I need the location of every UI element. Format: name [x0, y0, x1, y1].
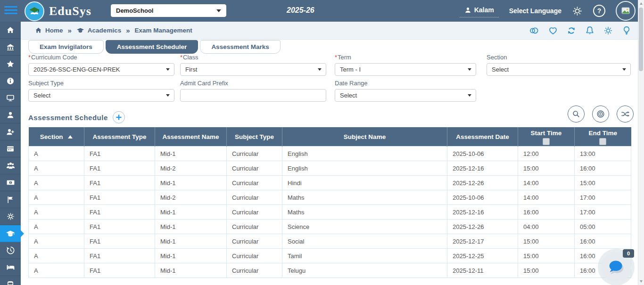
add-assessment-button[interactable]	[113, 111, 125, 123]
sidebar-item-flag[interactable]	[0, 191, 21, 208]
section-select[interactable]: Select	[487, 63, 631, 76]
avatar[interactable]	[616, 1, 636, 21]
sidebar-item-favorites[interactable]	[0, 56, 21, 73]
scrollbar-thumb[interactable]	[639, 8, 643, 71]
sidebar-item-history[interactable]	[0, 242, 21, 259]
chevron-down-icon	[468, 68, 471, 71]
gear-icon[interactable]	[603, 25, 613, 36]
chat-unread-badge: 0	[623, 249, 634, 258]
breadcrumb-home[interactable]: Home	[35, 27, 63, 34]
scroll-up-arrow-icon[interactable]	[640, 2, 643, 5]
table-row[interactable]: AFA1Mid-2CurricularEnglish2025-12-1615:0…	[29, 161, 631, 176]
hamburger-menu-icon[interactable]	[4, 6, 17, 16]
breadcrumb: Home » Academics » Exam Management	[35, 26, 192, 34]
date-range-label: Date Range	[335, 80, 476, 87]
sidebar-item-academics[interactable]	[0, 225, 21, 242]
column-header-subject-type[interactable]: Subject Type	[227, 127, 282, 147]
sidebar-item-groups[interactable]	[0, 157, 21, 174]
column-header-end-time[interactable]: End Time	[575, 127, 631, 147]
sidebar-item-student[interactable]	[0, 106, 21, 123]
sidebar-item-settings[interactable]	[0, 208, 21, 225]
table-cell: 15:00	[518, 161, 575, 176]
tab-assessment-marks[interactable]: Assessment Marks	[200, 40, 280, 54]
sidebar-item-id-card[interactable]	[0, 140, 21, 157]
refresh-icon[interactable]	[566, 25, 577, 36]
table-cell: Maths	[282, 205, 447, 220]
column-header-subject-name[interactable]: Subject Name	[282, 127, 447, 147]
table-cell: A	[29, 190, 84, 205]
table-row[interactable]: AFA1Mid-1CurricularTelugu2025-12-1115:00…	[29, 263, 631, 278]
sidebar-item-institution[interactable]	[0, 39, 21, 56]
history-icon	[6, 246, 15, 255]
lightbulb-icon[interactable]	[621, 25, 632, 36]
date-range-select[interactable]: Select	[335, 89, 476, 102]
money-icon	[6, 178, 15, 187]
column-header-section[interactable]: Section	[29, 127, 84, 147]
school-select[interactable]: DemoSchool	[111, 4, 226, 17]
table-row[interactable]: AFA1Mid-1CurricularScience2025-12-2604:0…	[29, 220, 631, 234]
chat-widget-button[interactable]: 0	[601, 252, 631, 282]
end-time-checkbox[interactable]	[599, 138, 606, 145]
shuffle-button[interactable]	[617, 106, 634, 122]
table-row[interactable]: AFA1Mid-1CurricularSocial2025-12-1715:00…	[29, 234, 631, 249]
subject-type-select[interactable]: Select	[28, 89, 174, 102]
table-cell: Tamil	[282, 249, 447, 263]
brand-logo[interactable]: EduSys	[25, 1, 91, 21]
table-cell: FA1	[84, 161, 155, 176]
brand-name: EduSys	[49, 4, 91, 18]
assessment-scheduler-panel: *Curriculum Code 2025-26-SSC-ENG-GEN-PRE…	[21, 40, 638, 285]
column-header-start-time[interactable]: Start Time	[518, 127, 575, 147]
table-row[interactable]: AFA1Mid-1CurricularEnglish2025-10-0612:0…	[29, 147, 631, 161]
table-cell: Hindi	[282, 176, 447, 190]
sidebar-item-info[interactable]	[0, 73, 21, 90]
column-header-assessment-date[interactable]: Assessment Date	[447, 127, 518, 147]
sidebar-item-display[interactable]	[0, 90, 21, 106]
user-menu[interactable]: Kalam	[460, 4, 499, 17]
breadcrumb-separator: »	[126, 26, 130, 34]
vertical-scrollbar[interactable]	[638, 0, 644, 285]
search-button[interactable]	[568, 106, 585, 122]
heart-icon[interactable]	[548, 25, 558, 36]
toggle-icon[interactable]	[528, 25, 540, 36]
person-add-icon	[6, 128, 15, 136]
tab-assessment-scheduler[interactable]: Assessment Scheduler	[106, 40, 198, 54]
table-row[interactable]: AFA1Mid-1CurricularMaths2025-12-1616:001…	[29, 205, 631, 220]
column-header-assessment-type[interactable]: Assessment Type	[84, 127, 155, 147]
user-icon	[464, 7, 471, 14]
table-cell: A	[29, 263, 84, 278]
table-cell: A	[29, 161, 84, 176]
breadcrumb-academics[interactable]: Academics	[76, 26, 121, 34]
term-select[interactable]: Term - I	[335, 63, 476, 76]
image-placeholder-icon	[621, 6, 630, 16]
start-time-checkbox[interactable]	[543, 138, 550, 145]
table-cell: Curricular	[227, 263, 282, 278]
help-icon[interactable]: ?	[593, 5, 605, 17]
table-cell: 17:00	[575, 190, 631, 205]
table-header-row: Section Assessment Type Assessment Name …	[29, 127, 631, 147]
table-cell: 17:00	[575, 205, 631, 220]
main-content: Home » Academics » Exam Management	[21, 22, 638, 285]
table-row[interactable]: AFA1Mid-2CurricularMaths2025-10-0614:001…	[29, 190, 631, 205]
table-row[interactable]: AFA1Mid-1CurricularTamil2025-12-2515:001…	[29, 249, 631, 263]
curriculum-code-select[interactable]: 2025-26-SSC-ENG-GEN-PREK	[28, 63, 174, 76]
sidebar-item-admission[interactable]	[0, 123, 21, 140]
scroll-down-arrow-icon[interactable]	[640, 280, 643, 283]
target-icon	[596, 109, 605, 119]
tab-exam-invigilators[interactable]: Exam Invigilators	[28, 40, 104, 54]
table-row[interactable]: AFA1Mid-1CurricularHindi2025-12-2614:001…	[29, 176, 631, 190]
settings-gear-icon[interactable]	[572, 6, 583, 16]
chevron-down-icon	[216, 9, 221, 12]
select-language-button[interactable]: Select Language	[509, 7, 561, 15]
class-select[interactable]: First	[180, 63, 326, 76]
admit-card-prefix-input[interactable]	[180, 89, 326, 102]
sidebar-item-fees[interactable]	[0, 174, 21, 191]
table-cell: FA1	[84, 147, 155, 161]
sort-asc-icon[interactable]	[68, 135, 73, 138]
target-button[interactable]	[592, 106, 609, 122]
topbar-right: Kalam Select Language ?	[460, 0, 636, 22]
bell-icon[interactable]	[585, 25, 595, 36]
sidebar-item-transport[interactable]	[0, 276, 21, 285]
sidebar-item-hostel[interactable]	[0, 259, 21, 276]
column-header-assessment-name[interactable]: Assessment Name	[155, 127, 227, 147]
sidebar-item-home[interactable]	[0, 22, 21, 39]
